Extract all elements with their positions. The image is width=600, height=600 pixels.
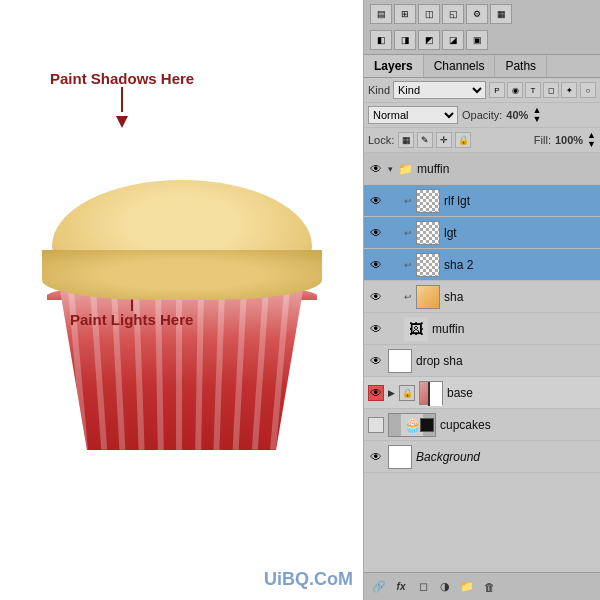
layer-name-rlf-lgt: rlf lgt: [444, 194, 596, 208]
thumb-checker: [417, 254, 439, 276]
toolbar-btn-11[interactable]: ▣: [466, 30, 488, 50]
annotation-top: Paint Shadows Here: [50, 70, 194, 128]
link-icon[interactable]: 🔗: [370, 578, 388, 596]
canvas-area: Paint Shadows Here: [0, 0, 363, 600]
lock-paint[interactable]: ✎: [417, 132, 433, 148]
panel-tabs: Layers Channels Paths: [364, 55, 600, 78]
tab-layers[interactable]: Layers: [364, 55, 424, 77]
thumb-lgt: [416, 221, 440, 245]
bottom-icons: 🔗 fx ◻ ◑ 📁 🗑: [370, 578, 498, 596]
toolbar-btn-1[interactable]: ▤: [370, 4, 392, 24]
base-lock-icon: 🔒: [399, 385, 415, 401]
thumb-orange: [417, 286, 439, 308]
filter-icon-adj[interactable]: ◉: [507, 82, 523, 98]
toolbar-btn-9[interactable]: ◩: [418, 30, 440, 50]
thumb-cupcakes: 🧁: [388, 413, 436, 437]
fill-value: 100%: [555, 134, 583, 146]
eye-background[interactable]: 👁: [368, 449, 384, 465]
layer-rlf-lgt[interactable]: 👁 ↩ rlf lgt: [364, 185, 600, 217]
blend-mode-select[interactable]: Normal: [368, 106, 458, 124]
checkbox-cupcakes[interactable]: [368, 417, 384, 433]
thumb-white: [389, 350, 411, 372]
eye-muffin-smart[interactable]: 👁: [368, 321, 384, 337]
layer-name-drop-sha: drop sha: [416, 354, 596, 368]
filter-toggle[interactable]: ○: [580, 82, 596, 98]
filter-icon-shape[interactable]: ◻: [543, 82, 559, 98]
arrow-down: [116, 116, 128, 128]
eye-sha2[interactable]: 👁: [368, 257, 384, 273]
layer-name-cupcakes: cupcakes: [440, 418, 596, 432]
layer-name-muffin-group: muffin: [417, 162, 596, 176]
filter-icons: P ◉ T ◻ ✦: [489, 82, 577, 98]
layer-drop-sha[interactable]: 👁 drop sha: [364, 345, 600, 377]
annotation-bottom-text: Paint Lights Here: [70, 311, 193, 328]
thumb-drop-sha: [388, 349, 412, 373]
thumb-sha: [416, 285, 440, 309]
annotation-top-text: Paint Shadows Here: [50, 70, 194, 87]
opacity-stepper[interactable]: ▲▼: [532, 106, 541, 124]
mask-icon[interactable]: ◻: [414, 578, 432, 596]
lock-all[interactable]: 🔒: [455, 132, 471, 148]
toolbar-btn-3[interactable]: ◫: [418, 4, 440, 24]
folder-icon-muffin: 📁: [397, 161, 413, 177]
opacity-value: 40%: [506, 109, 528, 121]
muffin-top: [52, 180, 312, 290]
watermark: UiBQ.CoM: [264, 569, 353, 590]
filter-icon-px[interactable]: P: [489, 82, 505, 98]
fx-icon[interactable]: fx: [392, 578, 410, 596]
filter-label: Kind: [368, 84, 390, 96]
layer-sha2[interactable]: 👁 ↩ sha 2: [364, 249, 600, 281]
toolbar-btn-2[interactable]: ⊞: [394, 4, 416, 24]
adjustment-icon[interactable]: ◑: [436, 578, 454, 596]
tab-paths[interactable]: Paths: [495, 55, 547, 77]
group-expand-arrow[interactable]: ▾: [388, 164, 393, 174]
folder-new-icon[interactable]: 📁: [458, 578, 476, 596]
toolbar-btn-5[interactable]: ⚙: [466, 4, 488, 24]
filter-row: Kind Kind P ◉ T ◻ ✦ ○: [364, 78, 600, 103]
layer-muffin-group[interactable]: 👁 ▾ 📁 muffin: [364, 153, 600, 185]
filter-icon-smart[interactable]: ✦: [561, 82, 577, 98]
delete-icon[interactable]: 🗑: [480, 578, 498, 596]
toolbar-btn-8[interactable]: ◨: [394, 30, 416, 50]
eye-rlf-lgt[interactable]: 👁: [368, 193, 384, 209]
layer-name-sha: sha: [444, 290, 596, 304]
toolbar-btn-7[interactable]: ◧: [370, 30, 392, 50]
thumb-rlf-lgt: [416, 189, 440, 213]
chain-sha2: ↩: [404, 260, 412, 270]
eye-sha[interactable]: 👁: [368, 289, 384, 305]
lock-move[interactable]: ✛: [436, 132, 452, 148]
toolbar-btn-6[interactable]: ▦: [490, 4, 512, 24]
chain-rlf-lgt: ↩: [404, 196, 412, 206]
layer-base[interactable]: 👁 ▶ 🔒 base: [364, 377, 600, 409]
panel-bottom: 🔗 fx ◻ ◑ 📁 🗑: [364, 572, 600, 600]
blend-row: Normal Opacity: 40% ▲▼: [364, 103, 600, 128]
layer-background[interactable]: 👁 Background: [364, 441, 600, 473]
layer-name-lgt: lgt: [444, 226, 596, 240]
fill-stepper[interactable]: ▲▼: [587, 131, 596, 149]
eye-drop-sha[interactable]: 👁: [368, 353, 384, 369]
toolbar-btn-4[interactable]: ◱: [442, 4, 464, 24]
filter-icon-type[interactable]: T: [525, 82, 541, 98]
lock-icons: ▦ ✎ ✛ 🔒: [398, 132, 471, 148]
layer-lgt[interactable]: 👁 ↩ lgt: [364, 217, 600, 249]
thumb-smart-object: 🖼: [404, 317, 428, 341]
eye-base[interactable]: 👁: [368, 385, 384, 401]
lock-pixels[interactable]: ▦: [398, 132, 414, 148]
toolbar-btn-10[interactable]: ◪: [442, 30, 464, 50]
layers-list: 👁 ▾ 📁 muffin 👁 ↩ rlf lgt 👁 ↩ lgt: [364, 153, 600, 572]
eye-muffin-group[interactable]: 👁: [368, 161, 384, 177]
thumb-checker: [417, 222, 439, 244]
group-expand-base[interactable]: ▶: [388, 388, 395, 398]
layer-cupcakes[interactable]: 🧁 cupcakes: [364, 409, 600, 441]
chain-sha: ↩: [404, 292, 412, 302]
eye-lgt[interactable]: 👁: [368, 225, 384, 241]
layer-sha[interactable]: 👁 ↩ sha: [364, 281, 600, 313]
layer-name-background: Background: [416, 450, 596, 464]
tab-channels[interactable]: Channels: [424, 55, 496, 77]
layer-name-base: base: [447, 386, 596, 400]
toolbar-top: ▤ ⊞ ◫ ◱ ⚙ ▦ ◧ ◨ ◩ ◪ ▣: [364, 0, 600, 55]
filter-select[interactable]: Kind: [393, 81, 486, 99]
thumb-checker: [417, 190, 439, 212]
layer-muffin-smart[interactable]: 👁 🖼 muffin: [364, 313, 600, 345]
chain-lgt: ↩: [404, 228, 412, 238]
